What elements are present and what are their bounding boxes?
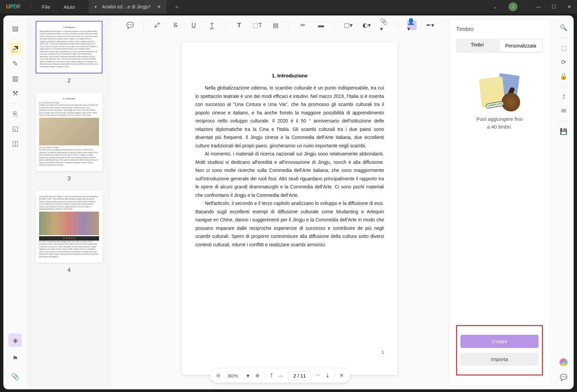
zoom-in-icon[interactable]: ⊕: [255, 372, 260, 379]
strikethrough-icon[interactable]: S: [171, 21, 180, 30]
thumb-number: 4: [36, 267, 102, 274]
panel-title: Timbro: [456, 26, 543, 33]
zoom-dropdown-icon[interactable]: ▼: [246, 373, 251, 379]
tab-custom[interactable]: Personalizzata: [500, 40, 542, 52]
pencil-icon[interactable]: ✏: [298, 21, 308, 30]
last-page-icon[interactable]: ⤓: [325, 372, 330, 379]
minimize-icon[interactable]: —: [531, 4, 546, 9]
separator: [560, 86, 567, 87]
next-page-icon[interactable]: ﹀: [316, 372, 321, 379]
separator: [12, 38, 19, 39]
paragraph: Al momento, i materiali di ricerca nazio…: [195, 150, 384, 199]
separator: [12, 103, 19, 104]
menu-file[interactable]: File: [35, 4, 57, 10]
page-title: 1. Introduzione: [195, 73, 384, 78]
separator: [560, 38, 567, 38]
ai-icon[interactable]: [559, 358, 568, 366]
page-number: 1: [195, 350, 384, 355]
tab-stamps[interactable]: Timbri: [456, 39, 499, 53]
pages-icon[interactable]: ▥: [8, 72, 22, 85]
share-icon[interactable]: ⤴: [557, 91, 570, 103]
maximize-icon[interactable]: ☐: [546, 4, 562, 9]
stamp-panel: Timbro Timbri Personalizzata COMPLETE Pu…: [449, 19, 550, 386]
close-bar-icon[interactable]: ✕: [340, 372, 344, 379]
shape-icon[interactable]: ▢▾: [344, 21, 353, 30]
menu-help[interactable]: Aiuto: [57, 4, 82, 10]
separator: [225, 21, 226, 29]
note-icon[interactable]: ▤: [271, 21, 280, 30]
document-page: 1. Introduzione Nella globalizzazione od…: [182, 42, 397, 375]
tab-title: Analisi ed ...e di Jingju*: [102, 4, 151, 9]
thumbnail-3[interactable]: 2. La generalità2.1 La definizione di Ji…: [36, 93, 102, 182]
convert-icon[interactable]: ⟳: [557, 56, 570, 68]
search-icon[interactable]: 🔍: [557, 22, 570, 34]
separator: [398, 21, 398, 29]
ruler-icon[interactable]: ◫: [8, 137, 22, 150]
signature-icon[interactable]: ✒▾: [425, 21, 435, 30]
stamp-info: Puoi aggiungere finoa 40 timbri.: [456, 115, 543, 131]
thumbnail-panel: 1. IntroduzioneNella globalizzazione odi…: [27, 15, 111, 389]
svg-rect-0: [12, 51, 18, 52]
import-button[interactable]: Importa: [460, 353, 539, 366]
separator: [334, 21, 335, 29]
highlight-icon[interactable]: [8, 42, 22, 56]
zoom-bar: ⊖ 80% ▼ ⊕ ⤒ ︿ 2 / 11 ﹀ ⤓ ✕: [210, 368, 350, 383]
new-tab-icon[interactable]: ＋: [174, 3, 180, 11]
paragraph: Nella globalizzazione odierna, lo scambi…: [195, 84, 384, 150]
tools-icon[interactable]: ⚒: [8, 86, 22, 100]
sticker-icon[interactable]: ◐▾: [362, 21, 371, 30]
paragraph: Nell'articolo, il secondo e il terzo cap…: [195, 199, 384, 249]
attach-icon[interactable]: 📎▾: [380, 21, 389, 30]
stamp-icon[interactable]: 👤▾: [407, 21, 417, 30]
app-logo: UPDF: [6, 4, 21, 10]
profile-avatar[interactable]: J: [509, 2, 517, 11]
prev-page-icon[interactable]: ︿: [279, 372, 284, 379]
reader-icon[interactable]: ▤: [8, 22, 22, 35]
document-area: 💬 🖍 S U T T ⬚T ▤ ✏ ▬ ▢▾ ◐▾ 📎▾ 👤▾ ✒▾ 1. I…: [111, 15, 449, 389]
lock-icon[interactable]: 🔒: [557, 70, 570, 82]
create-button[interactable]: Creare: [460, 335, 539, 348]
titlebar: UPDF File Aiuto ▼ Analisi ed ...e di Jin…: [0, 0, 577, 13]
crop-icon[interactable]: ◱: [8, 122, 22, 135]
separator: [289, 21, 289, 29]
attachment-icon[interactable]: 📎: [8, 370, 22, 383]
mail-icon[interactable]: ✉: [557, 105, 570, 117]
first-page-icon[interactable]: ⤒: [269, 372, 274, 379]
stamp-illustration: COMPLETE: [478, 73, 521, 110]
separator: [264, 372, 265, 379]
page-input[interactable]: 2 / 11: [288, 371, 311, 380]
separator: [560, 121, 567, 121]
tab-close-icon[interactable]: ✕: [157, 4, 161, 9]
comment-icon[interactable]: 💬: [125, 21, 135, 30]
chat-icon[interactable]: 💬: [557, 371, 570, 383]
eraser-icon[interactable]: ▬: [316, 21, 326, 30]
thumbnail-4[interactable]: secolo 1876. Secondo "Jingju" fu usato p…: [36, 191, 102, 274]
underline-icon[interactable]: U: [189, 21, 198, 30]
edit-icon[interactable]: ✎: [8, 57, 22, 70]
highlighted-actions: Creare Importa: [456, 325, 543, 376]
ocr-icon[interactable]: ⬚: [557, 42, 570, 54]
close-icon[interactable]: ✕: [562, 4, 577, 9]
zoom-out-icon[interactable]: ⊖: [216, 372, 221, 379]
highlight-tool-icon[interactable]: 🖍: [153, 21, 162, 30]
separator: [143, 21, 144, 29]
zoom-level[interactable]: 80%: [225, 373, 241, 379]
thumbnail-2[interactable]: 1. IntroduzioneNella globalizzazione odi…: [36, 21, 102, 84]
chevron-down-icon[interactable]: ⌄: [493, 4, 497, 9]
save-icon[interactable]: 💾: [557, 126, 570, 138]
text-icon[interactable]: T: [234, 21, 244, 30]
thumb-number: 2: [36, 77, 102, 84]
separator: [31, 4, 31, 10]
bookmark-icon[interactable]: ⚑: [8, 352, 22, 365]
copy-icon[interactable]: ⎘: [8, 107, 22, 120]
document-tab[interactable]: ▼ Analisi ed ...e di Jingju* ✕: [89, 0, 166, 13]
thumb-number: 3: [36, 175, 102, 182]
separator: [334, 372, 335, 379]
separator: [526, 4, 526, 10]
squiggly-icon[interactable]: T: [207, 21, 217, 30]
tab-dropdown-icon[interactable]: ▼: [94, 5, 97, 9]
annotation-toolbar: 💬 🖍 S U T T ⬚T ▤ ✏ ▬ ▢▾ ◐▾ 📎▾ 👤▾ ✒▾: [111, 15, 449, 35]
stamp-segment: Timbri Personalizzata: [456, 39, 543, 53]
layers-icon[interactable]: ◈: [8, 333, 22, 347]
textbox-icon[interactable]: ⬚T: [253, 21, 262, 30]
